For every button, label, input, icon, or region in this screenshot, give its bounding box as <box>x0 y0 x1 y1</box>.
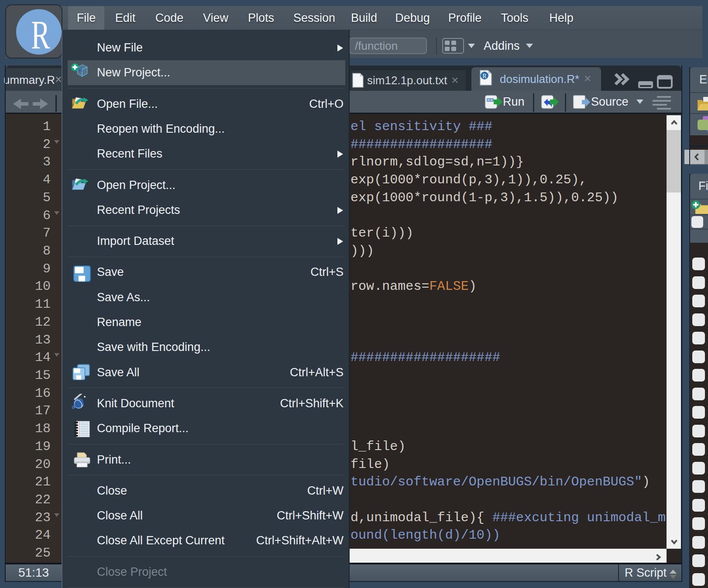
svg-text:R: R <box>482 73 487 79</box>
svg-text:R: R <box>79 67 82 73</box>
